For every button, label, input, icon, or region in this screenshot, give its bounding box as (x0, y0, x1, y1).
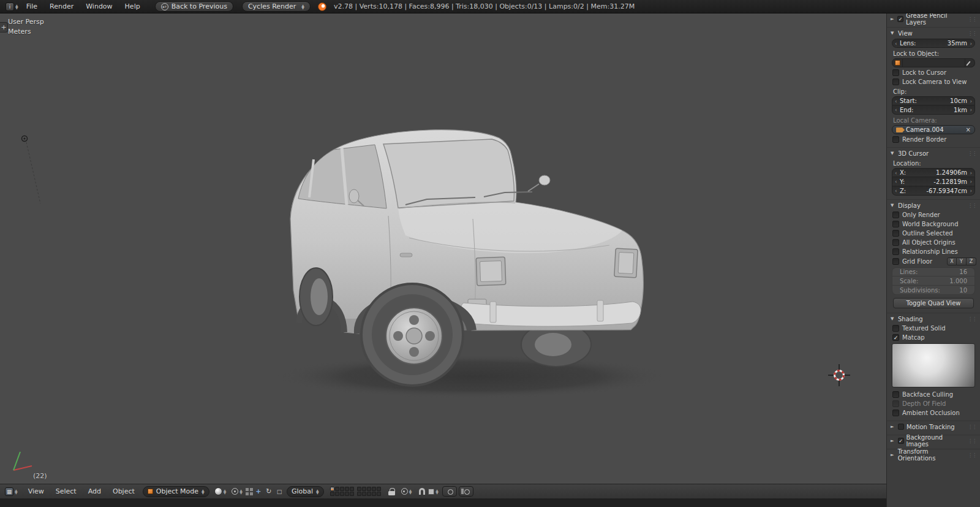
grid-scale-field: Scale: 1.000 (892, 276, 975, 286)
menu-file[interactable]: File (20, 0, 43, 13)
cursor-y-field[interactable]: Y: -2.12819m (892, 177, 975, 186)
layers-widget[interactable] (330, 487, 381, 496)
clip-end-field[interactable]: End: 1km (892, 105, 975, 115)
all-object-origins-row[interactable]: All Object Origins (887, 238, 980, 247)
toolshelf-expand-tab[interactable]: + (0, 22, 8, 32)
properties-region[interactable]: ► ✓ Grease Pencil Layers ⋮⋮ ▼ View ⋮⋮ Le… (886, 13, 980, 507)
outline-selected-checkbox[interactable] (892, 230, 899, 237)
eyedropper-icon[interactable] (965, 58, 975, 67)
all-object-origins-checkbox[interactable] (892, 239, 899, 246)
clear-camera-icon[interactable]: × (966, 126, 971, 133)
backface-culling-checkbox[interactable] (892, 391, 899, 398)
backface-culling-row[interactable]: Backface Culling (887, 390, 980, 399)
grid-floor-row[interactable]: Grid Floor X Y Z (887, 256, 980, 267)
orientation-dropdown[interactable]: Global ▲▼ (287, 486, 324, 497)
cursor-3d-marker (828, 364, 850, 386)
menu-render[interactable]: Render (43, 0, 80, 13)
axis-z-toggle[interactable]: Z (967, 257, 976, 265)
panel-drag-dots-icon[interactable]: ⋮⋮ (968, 316, 976, 322)
proportional-edit-dropdown[interactable]: ▲▼ (399, 488, 415, 495)
manipulator-translate-toggle[interactable]: + (254, 487, 263, 497)
panel-motion-tracking[interactable]: ► Motion Tracking ⋮⋮ (887, 422, 980, 432)
lock-camera-to-view-row[interactable]: Lock Camera to View (887, 77, 980, 86)
relationship-lines-row[interactable]: Relationship Lines (887, 247, 980, 256)
relationship-lines-checkbox[interactable] (892, 248, 899, 255)
car-model[interactable] (290, 130, 643, 386)
back-to-previous-button[interactable]: ↩ Back to Previous (155, 1, 233, 12)
lens-slider[interactable]: Lens: 35mm (892, 39, 975, 48)
motion-tracking-checkbox[interactable] (898, 424, 904, 430)
collapse-arrow-icon: ► (891, 424, 895, 429)
only-render-row[interactable]: Only Render (887, 210, 980, 219)
grid-floor-checkbox[interactable] (892, 258, 899, 265)
editor-type-selector[interactable]: i ▲▼ (4, 2, 20, 12)
world-background-row[interactable]: World Background (887, 219, 980, 229)
mode-dropdown[interactable]: Object Mode ▲▼ (143, 486, 209, 497)
cursor-z-field[interactable]: Z: -67.59347cm (892, 186, 975, 196)
manipulator-rotate-toggle[interactable]: ↻ (264, 487, 274, 497)
panel-drag-dots-icon[interactable]: ⋮⋮ (968, 452, 976, 458)
matcap-preview[interactable] (892, 343, 975, 387)
panel-drag-dots-icon[interactable]: ⋮⋮ (968, 424, 976, 430)
lock-to-cursor-row[interactable]: Lock to Cursor (887, 68, 980, 77)
toggle-quad-view-button[interactable]: Toggle Quad View (893, 298, 974, 308)
axis-x-toggle[interactable]: X (947, 257, 957, 265)
editor-type-selector-3d[interactable]: ▦ ▲▼ (3, 487, 20, 497)
only-render-checkbox[interactable] (892, 212, 899, 218)
grease-pencil-checkbox[interactable]: ✓ (897, 16, 903, 22)
panel-view[interactable]: ▼ View ⋮⋮ (887, 28, 980, 38)
panel-transform-orientations[interactable]: ► Transform Orientations ⋮⋮ (887, 450, 980, 460)
opengl-render-button[interactable] (442, 486, 457, 497)
render-border-checkbox[interactable] (892, 136, 899, 143)
lock-to-object-field[interactable] (892, 58, 975, 67)
ambient-occlusion-checkbox[interactable] (892, 410, 899, 416)
axis-y-toggle[interactable]: Y (957, 257, 967, 265)
pivot-align-toggle-icon[interactable] (246, 488, 253, 495)
panel-drag-dots-icon[interactable]: ⋮⋮ (968, 151, 976, 156)
panel-background-images[interactable]: ► ✓ Background Images ⋮⋮ (887, 436, 980, 446)
matcap-row[interactable]: ✓ Matcap (887, 333, 980, 342)
manipulator-scale-toggle[interactable]: □ (274, 487, 284, 497)
menu-window[interactable]: Window (80, 0, 118, 13)
lock-scene-layers-icon[interactable] (388, 488, 395, 495)
menu-help[interactable]: Help (119, 0, 146, 13)
panel-drag-dots-icon[interactable]: ⋮⋮ (968, 203, 976, 208)
lamp-object[interactable] (22, 136, 41, 204)
textured-solid-row[interactable]: Textured Solid (887, 324, 980, 333)
render-border-row[interactable]: Render Border (887, 135, 980, 144)
background-images-checkbox[interactable]: ✓ (898, 438, 904, 444)
local-camera-field[interactable]: Camera.004 × (892, 125, 975, 134)
menu-add[interactable]: Add (83, 487, 107, 495)
render-engine-dropdown[interactable]: Cycles Render ▲▼ (242, 1, 311, 12)
menu-select[interactable]: Select (50, 487, 82, 495)
panel-drag-dots-icon[interactable]: ⋮⋮ (968, 438, 976, 444)
textured-solid-checkbox[interactable] (892, 325, 899, 332)
viewport-shading-dropdown[interactable]: ▲▼ (212, 487, 229, 495)
pivot-point-dropdown[interactable]: ▲▼ (229, 488, 245, 495)
pivot-center-icon (232, 488, 238, 495)
world-background-checkbox[interactable] (892, 221, 899, 227)
outline-selected-row[interactable]: Outline Selected (887, 229, 980, 238)
panel-3d-cursor[interactable]: ▼ 3D Cursor ⋮⋮ (887, 148, 980, 158)
snap-element-icon (428, 489, 434, 495)
snap-dropdown[interactable]: ▲▼ (415, 488, 441, 495)
panel-shading[interactable]: ▼ Shading ⋮⋮ (887, 314, 980, 324)
dropdown-arrows-icon: ▲▼ (301, 4, 304, 9)
scene-statistics: v2.78 | Verts:10,178 | Faces:8,996 | Tri… (334, 2, 635, 10)
matcap-checkbox[interactable]: ✓ (892, 334, 899, 341)
panel-display[interactable]: ▼ Display ⋮⋮ (887, 200, 980, 210)
lock-camera-checkbox[interactable] (892, 78, 899, 85)
clip-start-field[interactable]: Start: 10cm (892, 96, 975, 105)
cursor-x-field[interactable]: X: 1.24906m (892, 168, 975, 177)
depth-of-field-checkbox (892, 400, 899, 407)
ambient-occlusion-row[interactable]: Ambient Occlusion (887, 408, 980, 417)
lock-to-cursor-checkbox[interactable] (892, 69, 899, 76)
back-to-previous-label: Back to Previous (172, 2, 227, 10)
panel-drag-dots-icon[interactable]: ⋮⋮ (968, 17, 976, 22)
panel-grease-pencil-layers[interactable]: ► ✓ Grease Pencil Layers ⋮⋮ (887, 14, 980, 24)
panel-drag-dots-icon[interactable]: ⋮⋮ (968, 31, 976, 36)
menu-view[interactable]: View (23, 487, 50, 495)
menu-object[interactable]: Object (107, 487, 140, 495)
viewport-3d[interactable]: User Persp Meters (22) + (0, 13, 886, 484)
opengl-render-anim-button[interactable] (459, 486, 473, 497)
